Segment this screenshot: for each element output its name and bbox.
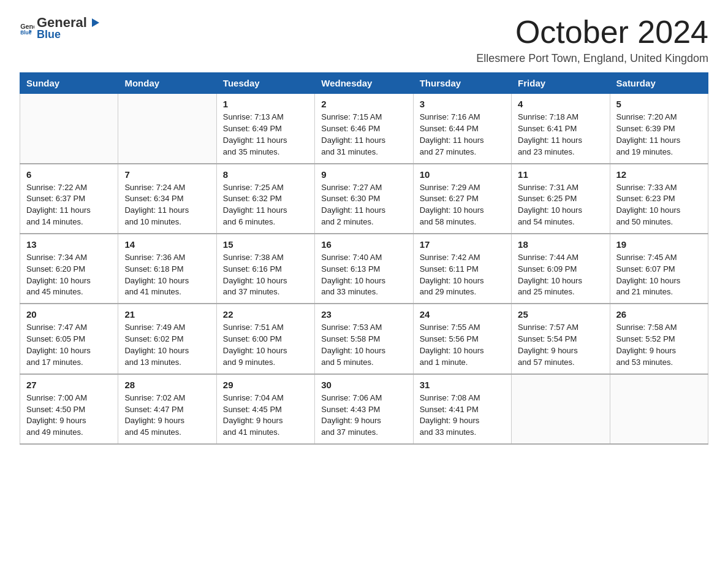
day-number: 3 <box>420 99 505 109</box>
calendar-row-1: 1Sunrise: 7:13 AM Sunset: 6:49 PM Daylig… <box>20 94 708 164</box>
day-number: 11 <box>518 169 603 180</box>
day-number: 17 <box>420 239 505 250</box>
svg-text:Blue: Blue <box>20 29 32 35</box>
header-row: Sunday Monday Tuesday Wednesday Thursday… <box>20 73 708 94</box>
day-number: 2 <box>321 99 406 109</box>
calendar-cell: 26Sunrise: 7:58 AM Sunset: 5:52 PM Dayli… <box>610 304 708 373</box>
day-number: 24 <box>420 309 505 320</box>
calendar-cell <box>118 94 216 164</box>
day-info: Sunrise: 7:36 AM Sunset: 6:18 PM Dayligh… <box>124 252 210 298</box>
day-info: Sunrise: 7:22 AM Sunset: 6:37 PM Dayligh… <box>26 182 112 228</box>
calendar-cell <box>20 94 118 164</box>
calendar-cell: 19Sunrise: 7:45 AM Sunset: 6:07 PM Dayli… <box>610 234 708 304</box>
day-info: Sunrise: 7:45 AM Sunset: 6:07 PM Dayligh… <box>616 252 702 298</box>
calendar-cell: 15Sunrise: 7:38 AM Sunset: 6:16 PM Dayli… <box>216 234 314 304</box>
day-info: Sunrise: 7:06 AM Sunset: 4:43 PM Dayligh… <box>321 393 406 439</box>
day-number: 19 <box>616 239 702 250</box>
day-info: Sunrise: 7:20 AM Sunset: 6:39 PM Dayligh… <box>616 112 702 158</box>
calendar-cell: 22Sunrise: 7:51 AM Sunset: 6:00 PM Dayli… <box>216 304 314 373</box>
calendar-cell: 8Sunrise: 7:25 AM Sunset: 6:32 PM Daylig… <box>216 164 314 234</box>
calendar-cell: 30Sunrise: 7:06 AM Sunset: 4:43 PM Dayli… <box>315 374 413 444</box>
day-number: 20 <box>26 309 112 320</box>
day-number: 23 <box>321 309 406 320</box>
svg-marker-3 <box>92 18 99 27</box>
calendar-cell: 10Sunrise: 7:29 AM Sunset: 6:27 PM Dayli… <box>413 164 511 234</box>
logo: General Blue General Blue <box>20 15 102 41</box>
day-info: Sunrise: 7:40 AM Sunset: 6:13 PM Dayligh… <box>321 252 406 298</box>
calendar-row-2: 6Sunrise: 7:22 AM Sunset: 6:37 PM Daylig… <box>20 164 708 234</box>
page-title: October 2024 <box>476 15 708 50</box>
calendar-cell: 14Sunrise: 7:36 AM Sunset: 6:18 PM Dayli… <box>118 234 216 304</box>
day-info: Sunrise: 7:27 AM Sunset: 6:30 PM Dayligh… <box>321 182 406 228</box>
calendar-cell: 3Sunrise: 7:16 AM Sunset: 6:44 PM Daylig… <box>413 94 511 164</box>
day-number: 27 <box>26 380 112 390</box>
day-info: Sunrise: 7:02 AM Sunset: 4:47 PM Dayligh… <box>124 393 210 439</box>
calendar-table: Sunday Monday Tuesday Wednesday Thursday… <box>20 72 708 445</box>
day-number: 13 <box>26 239 112 250</box>
day-number: 28 <box>124 380 210 390</box>
calendar-cell: 5Sunrise: 7:20 AM Sunset: 6:39 PM Daylig… <box>610 94 708 164</box>
day-info: Sunrise: 7:13 AM Sunset: 6:49 PM Dayligh… <box>223 112 308 158</box>
calendar-cell: 2Sunrise: 7:15 AM Sunset: 6:46 PM Daylig… <box>315 94 413 164</box>
day-number: 5 <box>616 99 702 109</box>
day-info: Sunrise: 7:58 AM Sunset: 5:52 PM Dayligh… <box>616 322 702 368</box>
day-info: Sunrise: 7:51 AM Sunset: 6:00 PM Dayligh… <box>223 322 308 368</box>
day-number: 26 <box>616 309 702 320</box>
day-info: Sunrise: 7:49 AM Sunset: 6:02 PM Dayligh… <box>124 322 210 368</box>
day-info: Sunrise: 7:55 AM Sunset: 5:56 PM Dayligh… <box>420 322 505 368</box>
day-number: 14 <box>124 239 210 250</box>
day-number: 25 <box>518 309 603 320</box>
day-number: 8 <box>223 169 308 180</box>
day-info: Sunrise: 7:15 AM Sunset: 6:46 PM Dayligh… <box>321 112 406 158</box>
calendar-cell <box>610 374 708 444</box>
day-info: Sunrise: 7:47 AM Sunset: 6:05 PM Dayligh… <box>26 322 112 368</box>
calendar-cell: 25Sunrise: 7:57 AM Sunset: 5:54 PM Dayli… <box>512 304 610 373</box>
calendar-cell: 23Sunrise: 7:53 AM Sunset: 5:58 PM Dayli… <box>315 304 413 373</box>
day-number: 7 <box>124 169 210 180</box>
calendar-cell: 21Sunrise: 7:49 AM Sunset: 6:02 PM Dayli… <box>118 304 216 373</box>
logo-arrow-icon <box>88 16 102 29</box>
day-number: 9 <box>321 169 406 180</box>
day-info: Sunrise: 7:08 AM Sunset: 4:41 PM Dayligh… <box>420 393 505 439</box>
calendar-row-4: 20Sunrise: 7:47 AM Sunset: 6:05 PM Dayli… <box>20 304 708 373</box>
calendar-cell: 4Sunrise: 7:18 AM Sunset: 6:41 PM Daylig… <box>512 94 610 164</box>
day-info: Sunrise: 7:24 AM Sunset: 6:34 PM Dayligh… <box>124 182 210 228</box>
calendar-cell: 20Sunrise: 7:47 AM Sunset: 6:05 PM Dayli… <box>20 304 118 373</box>
calendar-cell: 24Sunrise: 7:55 AM Sunset: 5:56 PM Dayli… <box>413 304 511 373</box>
day-number: 1 <box>223 99 308 109</box>
day-info: Sunrise: 7:57 AM Sunset: 5:54 PM Dayligh… <box>518 322 603 368</box>
calendar-cell <box>512 374 610 444</box>
calendar-cell: 16Sunrise: 7:40 AM Sunset: 6:13 PM Dayli… <box>315 234 413 304</box>
calendar-cell: 27Sunrise: 7:00 AM Sunset: 4:50 PM Dayli… <box>20 374 118 444</box>
calendar-cell: 1Sunrise: 7:13 AM Sunset: 6:49 PM Daylig… <box>216 94 314 164</box>
day-number: 22 <box>223 309 308 320</box>
col-thursday: Thursday <box>413 73 511 94</box>
calendar-body: 1Sunrise: 7:13 AM Sunset: 6:49 PM Daylig… <box>20 94 708 444</box>
day-number: 15 <box>223 239 308 250</box>
page-subtitle: Ellesmere Port Town, England, United Kin… <box>476 52 708 65</box>
day-info: Sunrise: 7:18 AM Sunset: 6:41 PM Dayligh… <box>518 112 603 158</box>
day-info: Sunrise: 7:42 AM Sunset: 6:11 PM Dayligh… <box>420 252 505 298</box>
calendar-row-5: 27Sunrise: 7:00 AM Sunset: 4:50 PM Dayli… <box>20 374 708 444</box>
day-number: 10 <box>420 169 505 180</box>
page-header: General Blue General Blue October 2024 E… <box>20 15 708 65</box>
col-monday: Monday <box>118 73 216 94</box>
day-info: Sunrise: 7:29 AM Sunset: 6:27 PM Dayligh… <box>420 182 505 228</box>
col-saturday: Saturday <box>610 73 708 94</box>
day-info: Sunrise: 7:16 AM Sunset: 6:44 PM Dayligh… <box>420 112 505 158</box>
day-info: Sunrise: 7:53 AM Sunset: 5:58 PM Dayligh… <box>321 322 406 368</box>
day-number: 18 <box>518 239 603 250</box>
calendar-header: Sunday Monday Tuesday Wednesday Thursday… <box>20 73 708 94</box>
day-info: Sunrise: 7:33 AM Sunset: 6:23 PM Dayligh… <box>616 182 702 228</box>
calendar-cell: 7Sunrise: 7:24 AM Sunset: 6:34 PM Daylig… <box>118 164 216 234</box>
calendar-cell: 31Sunrise: 7:08 AM Sunset: 4:41 PM Dayli… <box>413 374 511 444</box>
calendar-cell: 9Sunrise: 7:27 AM Sunset: 6:30 PM Daylig… <box>315 164 413 234</box>
calendar-cell: 28Sunrise: 7:02 AM Sunset: 4:47 PM Dayli… <box>118 374 216 444</box>
calendar-cell: 11Sunrise: 7:31 AM Sunset: 6:25 PM Dayli… <box>512 164 610 234</box>
col-sunday: Sunday <box>20 73 118 94</box>
day-number: 4 <box>518 99 603 109</box>
title-section: October 2024 Ellesmere Port Town, Englan… <box>476 15 708 65</box>
col-wednesday: Wednesday <box>315 73 413 94</box>
day-number: 21 <box>124 309 210 320</box>
calendar-cell: 13Sunrise: 7:34 AM Sunset: 6:20 PM Dayli… <box>20 234 118 304</box>
